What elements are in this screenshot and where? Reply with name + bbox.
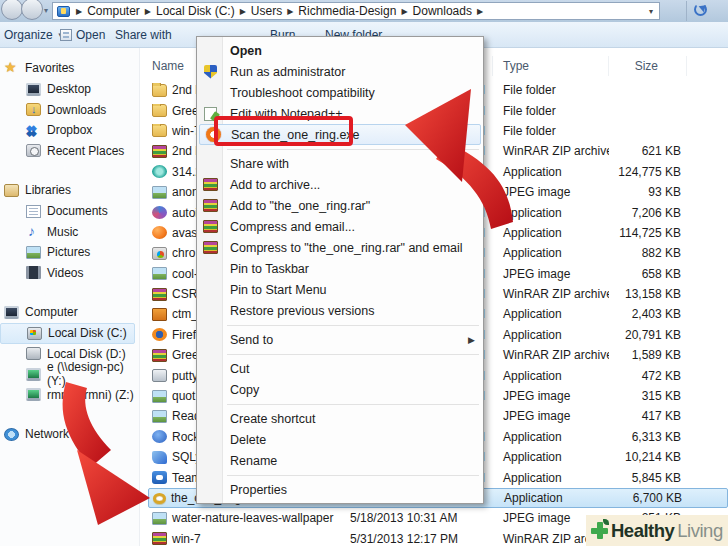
sidebar-item-label: Music (47, 225, 78, 239)
breadcrumb-item[interactable]: Local Disk (C:) (153, 4, 238, 18)
breadcrumb-item[interactable]: Downloads (410, 4, 475, 18)
organize-label: Organize (4, 28, 53, 42)
breadcrumb-item[interactable]: Richmedia-Design (295, 4, 399, 18)
breadcrumb-arrow-icon: ▶ (285, 7, 295, 16)
context-menu-item-label: Pin to Start Menu (230, 283, 327, 297)
sidebar-item[interactable]: Videos (0, 263, 139, 284)
putty-icon (152, 369, 167, 382)
sidebar-item-label: Downloads (47, 103, 106, 117)
rar-icon (203, 241, 218, 254)
jpeg-icon (152, 390, 167, 403)
breadcrumb-item[interactable]: Computer (84, 4, 143, 18)
open-label: Open (76, 28, 105, 42)
sidebar-section-label: Network (25, 427, 69, 441)
file-size: 93 KB (609, 185, 687, 199)
sidebar-section-label: Favorites (25, 61, 74, 75)
context-menu-item[interactable]: Open (197, 40, 483, 61)
file-name-cell: win-7 (148, 532, 338, 546)
context-menu-item[interactable]: Delete (197, 429, 483, 450)
file-type: JPEG image (493, 409, 609, 423)
file-name: cool- (172, 267, 198, 281)
context-menu-item[interactable]: Copy (197, 379, 483, 400)
context-menu-item-label: Run as administrator (230, 65, 345, 79)
address-field[interactable]: ▶ Computer▶Local Disk (C:)▶Users▶Richmed… (52, 2, 660, 20)
context-menu-item[interactable]: Compress and email... (197, 216, 483, 237)
rock-icon (152, 430, 167, 443)
sidebar-item[interactable]: Local Disk (C:) (0, 323, 135, 344)
share-with-button[interactable]: Share with (115, 28, 172, 42)
refresh-icon (694, 3, 707, 16)
netdrive-icon (26, 368, 41, 381)
dropbox-icon (26, 124, 41, 137)
star-icon (4, 62, 19, 75)
sidebar-item[interactable]: Documents (0, 201, 139, 222)
sidebar-item[interactable]: e (\\design-pc) (Y:) (0, 364, 139, 385)
size-column-header[interactable]: Size (609, 56, 687, 76)
rar-icon (152, 349, 167, 362)
context-menu-separator (227, 149, 479, 150)
sidebar-section-computer[interactable]: Computer (0, 301, 139, 323)
context-menu-item[interactable]: Add to "the_one_ring.rar" (197, 195, 483, 216)
context-menu-item-label: Cut (230, 362, 249, 376)
jpeg-icon (152, 410, 167, 423)
file-name: CSR (172, 287, 197, 301)
sidebar-item[interactable]: Recent Places (0, 141, 139, 162)
breadcrumb-item[interactable]: Users (248, 4, 285, 18)
context-menu-item[interactable]: Pin to Taskbar (197, 258, 483, 279)
sidebar-item[interactable]: Downloads (0, 100, 139, 121)
context-menu-item[interactable]: Restore previous versions (197, 300, 483, 321)
back-button[interactable] (1, 0, 23, 20)
context-menu-item[interactable]: Pin to Start Menu (197, 279, 483, 300)
doc-icon (26, 205, 41, 218)
file-type: Application (493, 450, 609, 464)
sidebar-item[interactable]: Pictures (0, 242, 139, 263)
context-menu-item[interactable]: Send to▶ (197, 329, 483, 350)
refresh-button[interactable] (694, 3, 709, 18)
context-menu-item[interactable]: Create shortcut (197, 408, 483, 429)
file-size: 5,845 KB (609, 471, 687, 485)
file-name: Gree (172, 348, 199, 362)
sidebar-section-favorites[interactable]: Favorites (0, 57, 139, 79)
sidebar-item[interactable]: Dropbox (0, 120, 139, 141)
context-menu-item[interactable]: Run as administrator (197, 61, 483, 82)
context-menu-item[interactable]: Troubleshoot compatibility (197, 82, 483, 103)
file-size: 2,403 KB (609, 307, 687, 321)
file-type: WinRAR ZIP archive (493, 348, 609, 362)
rar-icon (203, 199, 218, 212)
file-name: water-nature-leaves-wallpaper (172, 511, 333, 525)
file-type: Application (493, 369, 609, 383)
disk-icon (26, 347, 41, 360)
address-dropdown-icon[interactable]: ▾ (649, 7, 653, 16)
file-type: Application (493, 246, 609, 260)
file-type: JPEG image (493, 389, 609, 403)
sidebar-item[interactable]: Desktop (0, 79, 139, 100)
rar-icon (152, 532, 167, 545)
file-size: 10,214 KB (609, 450, 687, 464)
nav-history-chevron-icon[interactable]: ▾ (44, 6, 48, 15)
ring-icon (153, 493, 166, 504)
file-type: JPEG image (493, 267, 609, 281)
context-menu-item[interactable]: Properties (197, 479, 483, 500)
sidebar-item[interactable]: Music (0, 222, 139, 243)
file-size: 315 KB (609, 389, 687, 403)
watermark-brand-bold: Healthy (611, 520, 674, 542)
file-size: 7,206 KB (609, 206, 687, 220)
open-button[interactable]: Open (60, 28, 105, 42)
file-type: WinRAR ZIP archive (493, 287, 609, 301)
type-column-header[interactable]: Type (493, 56, 609, 76)
sidebar-section-network[interactable]: Network (0, 423, 139, 445)
context-menu-item[interactable]: Rename (197, 450, 483, 471)
jpeg-icon (152, 512, 167, 525)
context-menu-item[interactable]: Cut (197, 358, 483, 379)
forward-button[interactable] (21, 0, 43, 20)
file-type: File folder (493, 83, 609, 97)
context-menu-item-label: Delete (230, 433, 266, 447)
sidebar-item[interactable]: rmni (\\rmni) (Z:) (0, 385, 139, 406)
context-menu-item[interactable]: Compress to "the_one_ring.rar" and email (197, 237, 483, 258)
context-menu-item-label: Pin to Taskbar (230, 262, 309, 276)
context-menu-item[interactable]: Add to archive... (197, 174, 483, 195)
organize-button[interactable]: Organize ▼ (4, 28, 65, 42)
context-menu-item[interactable]: Share with▶ (197, 153, 483, 174)
sidebar-section-libraries[interactable]: Libraries (0, 179, 139, 201)
open-file-icon (60, 29, 72, 41)
